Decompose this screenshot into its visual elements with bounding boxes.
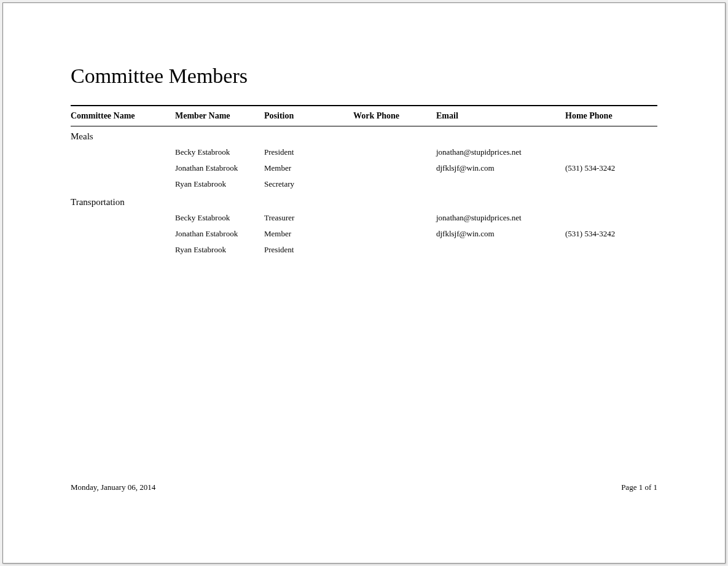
cell-committee <box>71 163 175 173</box>
cell-position: President <box>264 147 353 157</box>
report-title: Committee Members <box>71 64 657 88</box>
cell-email: djfklsjf@win.com <box>436 163 565 173</box>
cell-email <box>436 179 565 189</box>
cell-member: Becky Estabrook <box>175 147 264 157</box>
table-row: Jonathan EstabrookMemberdjfklsjf@win.com… <box>71 160 657 176</box>
footer-page: Page 1 of 1 <box>621 483 657 492</box>
header-member: Member Name <box>175 111 264 121</box>
cell-member: Becky Estabrook <box>175 213 264 223</box>
cell-committee <box>71 245 175 255</box>
cell-committee <box>71 213 175 223</box>
cell-home-phone <box>565 147 657 157</box>
cell-home-phone <box>565 213 657 223</box>
header-work-phone: Work Phone <box>353 111 436 121</box>
footer-date: Monday, January 06, 2014 <box>71 483 155 492</box>
cell-position: President <box>264 245 353 255</box>
cell-work-phone <box>353 245 436 255</box>
cell-email: djfklsjf@win.com <box>436 229 565 239</box>
report-page: Committee Members Committee Name Member … <box>2 2 726 564</box>
cell-member: Jonathan Estabrook <box>175 229 264 239</box>
table-row: Ryan EstabrookSecretary <box>71 176 657 192</box>
cell-home-phone: (531) 534-3242 <box>565 163 657 173</box>
group-row: Meals <box>71 126 657 144</box>
cell-member: Ryan Estabrook <box>175 179 264 189</box>
header-committee: Committee Name <box>71 111 175 121</box>
group-committee-name: Meals <box>71 131 175 142</box>
cell-committee <box>71 179 175 189</box>
cell-work-phone <box>353 163 436 173</box>
cell-email: jonathan@stupidprices.net <box>436 147 565 157</box>
table-row: Becky EstabrookPresidentjonathan@stupidp… <box>71 144 657 160</box>
column-header-row: Committee Name Member Name Position Work… <box>71 105 657 126</box>
cell-position: Member <box>264 229 353 239</box>
cell-work-phone <box>353 213 436 223</box>
group-row: Transportation <box>71 192 657 210</box>
cell-home-phone <box>565 245 657 255</box>
header-position: Position <box>264 111 353 121</box>
cell-position: Member <box>264 163 353 173</box>
table-row: Jonathan EstabrookMemberdjfklsjf@win.com… <box>71 226 657 242</box>
group-committee-name: Transportation <box>71 197 175 207</box>
cell-work-phone <box>353 179 436 189</box>
cell-email: jonathan@stupidprices.net <box>436 213 565 223</box>
cell-position: Secretary <box>264 179 353 189</box>
header-home-phone: Home Phone <box>565 111 657 121</box>
cell-committee <box>71 147 175 157</box>
cell-member: Ryan Estabrook <box>175 245 264 255</box>
cell-committee <box>71 229 175 239</box>
cell-email <box>436 245 565 255</box>
report-body: MealsBecky EstabrookPresidentjonathan@st… <box>71 126 657 258</box>
table-row: Becky EstabrookTreasurerjonathan@stupidp… <box>71 210 657 226</box>
report-footer: Monday, January 06, 2014 Page 1 of 1 <box>71 483 657 492</box>
cell-home-phone <box>565 179 657 189</box>
table-row: Ryan EstabrookPresident <box>71 242 657 258</box>
cell-work-phone <box>353 147 436 157</box>
cell-work-phone <box>353 229 436 239</box>
cell-position: Treasurer <box>264 213 353 223</box>
cell-home-phone: (531) 534-3242 <box>565 229 657 239</box>
cell-member: Jonathan Estabrook <box>175 163 264 173</box>
header-email: Email <box>436 111 565 121</box>
